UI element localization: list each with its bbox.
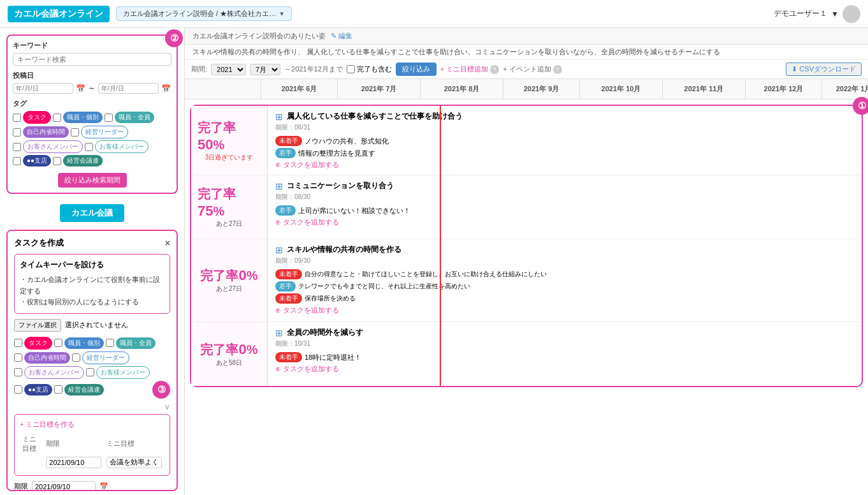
mini-goals-section: + ミニ目標を作る ミニ目標 期限 ミニ目標: [14, 414, 170, 476]
mini-goal-deadline-input[interactable]: [46, 457, 101, 468]
gantt-scroll-area[interactable]: 2021年 6月 2021年 7月 2021年 8月 2021年 9月 2021…: [185, 79, 868, 495]
filter-tag-all[interactable]: 職員・全員: [105, 111, 154, 124]
goal-2-pct: 完了率75%: [198, 186, 261, 219]
filter-tag-self[interactable]: 自己内省時間: [13, 126, 69, 138]
edit-link[interactable]: ✎ 編集: [331, 31, 352, 41]
keyword-input[interactable]: [13, 53, 171, 66]
goal-2-progress: 完了率75% あと27日: [191, 175, 268, 239]
mini-goal-table: ミニ目標 期限 ミニ目標: [20, 433, 164, 470]
circle-1: ①: [853, 97, 868, 115]
goal-3-header: ⊞ スキルや情報の共有の時間を作る: [275, 244, 854, 255]
filter-btn[interactable]: 絞り込み: [396, 63, 437, 76]
filter-tags: タスク 職員・個別 職員・全員 自己内省時間 経営リーダー お客さんメンバー お…: [13, 111, 171, 166]
date-label: 投稿日: [13, 71, 171, 80]
mini-goal-row: [20, 455, 164, 470]
date-range-row: 📅 ～ 📅: [13, 83, 171, 94]
goal-3-deadline: 期限：09/30: [275, 256, 854, 265]
tags-label: タグ: [13, 99, 171, 108]
month-aug: 2021年 8月: [421, 79, 503, 99]
deadline-label: 期限: [14, 482, 28, 491]
add-event-btn[interactable]: + イベント追加 ?: [503, 64, 562, 74]
month-sep: 2021年 9月: [503, 79, 580, 99]
circle-3: ③: [152, 381, 170, 399]
user-dropdown-icon[interactable]: ▼: [831, 10, 839, 18]
csv-download-btn[interactable]: ⬇ CSVダウンロード: [786, 63, 862, 76]
filter-tag-branch[interactable]: ●●支店: [13, 155, 51, 166]
task-tag-all[interactable]: 職員・全員: [106, 337, 156, 349]
task-tag-self[interactable]: 自己内省時間: [14, 352, 70, 364]
filter-tag-leader[interactable]: 経営リーダー: [71, 126, 128, 138]
mini-goal-title-input[interactable]: [106, 457, 162, 468]
filter-tag-meeting[interactable]: 経営会議連: [53, 155, 103, 166]
include-done-checkbox[interactable]: 完了も含む: [347, 64, 392, 74]
add-mini-goal-btn-gantt[interactable]: + ミニ目標追加?: [440, 64, 499, 74]
add-task-btn-1[interactable]: ⊕ タスクを追加する: [275, 160, 854, 170]
filter-tag-customer1[interactable]: お客さんメンバー: [13, 140, 83, 153]
add-task-btn-3[interactable]: ⊕ タスクを追加する: [275, 306, 854, 315]
task-tag-task[interactable]: タスク: [14, 337, 52, 350]
goal-4-content: ⊞ 全員の時間外を減らす 期限：10/31 未着手 18時に定時退社！ ⊕ タス…: [268, 322, 862, 386]
col-deadline: 期限: [43, 433, 104, 455]
task-tag-branch[interactable]: ●●支店: [14, 384, 52, 395]
col-title: ミニ目標: [104, 433, 164, 455]
task-item: 若手 テレワークでも今までと同じ、それ以上に生産性を高めたい: [275, 281, 854, 292]
goal-1-sub: 3日過ぎています: [205, 153, 254, 162]
month-select[interactable]: 7月: [250, 64, 280, 75]
app-logo[interactable]: カエル会議オンライン: [8, 6, 110, 22]
file-none-label: 選択されていません: [65, 320, 128, 330]
filter-tag-task[interactable]: タスク: [13, 111, 51, 124]
status-badge-young: 若手: [275, 205, 296, 216]
goal-4-deadline: 期限：10/31: [275, 339, 854, 348]
add-mini-goal-btn[interactable]: + ミニ目標を作る: [20, 420, 164, 429]
task-tag-meeting[interactable]: 経営会議連: [54, 384, 104, 395]
timeline-header: 2021年 6月 2021年 7月 2021年 8月 2021年 9月 2021…: [185, 79, 868, 100]
gantt-controls: 期間: 2021 7月 ～2021年12月まで 完了も含む 絞り込み + ミニ目…: [185, 60, 868, 79]
goal-3-title: スキルや情報の共有の時間を作る: [287, 244, 401, 255]
filter-tag-customer2[interactable]: お客様メンバー: [85, 140, 148, 153]
status-badge: 未着手: [275, 352, 302, 362]
status-badge-notstarted: 未着手: [275, 136, 302, 146]
goal-icon: ⊞: [275, 328, 283, 338]
task-tag-leader[interactable]: 経営リーダー: [72, 351, 129, 364]
task-tags-row: タスク 職員・個別 職員・全員 自己内省時間 経営リーダー お客さんメンバー お…: [14, 337, 170, 399]
goal-1-progress: 完了率50% 3日過ぎています: [191, 106, 268, 175]
task-tag-ind[interactable]: 職員・個別: [54, 337, 104, 349]
status-badge: 未着手: [275, 293, 302, 304]
task-title-box[interactable]: タイムキーパーを設ける ・カエル会議オンラインにて役割を事前に設定する ・役割は…: [14, 254, 170, 314]
goal-3-sub: あと27日: [216, 284, 242, 293]
date-to-input[interactable]: [98, 83, 159, 94]
goal-row-2: 完了率75% あと27日 ⊞ コミュニケーションを取り合う 期限：08/30: [191, 175, 862, 239]
deadline-input[interactable]: [32, 481, 96, 491]
date-from-input[interactable]: [13, 83, 73, 94]
filter-search-btn[interactable]: 絞り込み検索期間: [58, 173, 127, 188]
goal-3-progress: 完了率0% あと27日: [191, 239, 268, 321]
year-select[interactable]: 2021: [211, 64, 246, 75]
dialog-header: タスクを作成 ×: [14, 237, 170, 249]
month-oct: 2021年 10月: [580, 79, 663, 99]
dialog-close-btn[interactable]: ×: [165, 238, 170, 248]
tab-dropdown-icon: ▼: [278, 10, 285, 17]
task-text: 情報の整理方法を見直す: [298, 149, 375, 158]
project-bar: カエル会議オンライン説明会のありたい姿 ✎ 編集: [185, 28, 868, 45]
keyword-label: キーワード: [13, 41, 171, 50]
task-tag-c1[interactable]: お客さんメンバー: [14, 366, 84, 379]
status-badge-young: 若手: [275, 148, 296, 158]
file-select-btn[interactable]: ファイル選択: [14, 319, 61, 332]
goal-4-header: ⊞ 全員の時間外を減らす: [275, 327, 854, 338]
status-badge: 未着手: [275, 269, 302, 279]
goal-3-pct: 完了率0%: [200, 267, 257, 284]
goal-1-header: ⊞ 属人化している仕事を減らすことで仕事を助け合う: [275, 111, 854, 122]
add-task-btn-4[interactable]: ⊕ タスクを追加する: [275, 364, 854, 374]
goal-1-deadline: 期限：08/31: [275, 123, 854, 132]
add-task-btn-2[interactable]: ⊕ タスクを追加する: [275, 218, 854, 227]
filter-tag-individual[interactable]: 職員・個別: [53, 111, 103, 124]
user-avatar[interactable]: [843, 5, 860, 23]
task-tag-c2[interactable]: お客様メンバー: [86, 366, 150, 379]
month-jan: 2022年 1月: [822, 79, 868, 99]
task-item: 若手 情報の整理方法を見直す: [275, 148, 854, 158]
expand-icon[interactable]: ∨: [164, 403, 170, 411]
kaeru-logo-small: カエル会議: [60, 204, 124, 222]
main-container: キーワード 投稿日 📅 ～ 📅 タグ タスク 職員・個別 職員・全員 自己内省時…: [0, 28, 868, 495]
project-tab[interactable]: カエル会議オンライン説明会 / ★株式会社カエ… ▼: [116, 6, 292, 21]
today-line: [440, 106, 441, 386]
